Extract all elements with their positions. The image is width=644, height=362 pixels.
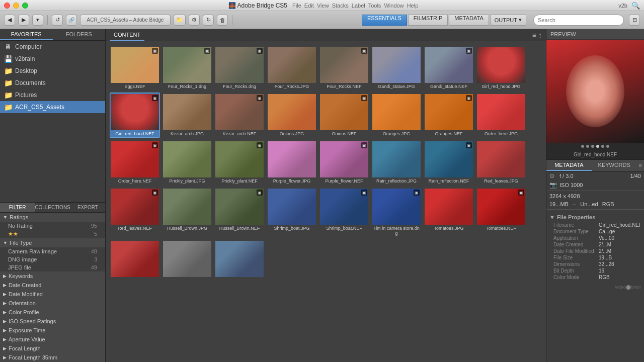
thumbnail-cell[interactable]: Russell_Brown.JPG [162, 187, 212, 237]
thumbnail-image [268, 189, 316, 225]
filter-colorprofile-header[interactable]: ▶ Color Profile [0, 308, 105, 317]
thumbnail-cell[interactable]: Order_here.JPG [476, 93, 526, 138]
tab-folders[interactable]: FOLDERS [53, 29, 106, 40]
thumbnail-cell[interactable]: ▣Four_Rocks.NEF [319, 45, 369, 90]
thumbnail-cell[interactable]: Oranges.JPG [371, 93, 422, 138]
thumbnail-label: Order_here.JPG [485, 131, 518, 136]
thumbnail-cell[interactable]: Tomatoes.JPG [424, 187, 474, 237]
thumbnail-cell[interactable]: Red_leaves.JPG [476, 140, 526, 185]
filter-filetype-header[interactable]: ▼ File Type [0, 238, 105, 247]
dropdown-arrow[interactable]: ▾ [32, 15, 43, 26]
compact-mode-button[interactable]: ⊟ [629, 15, 640, 26]
thumbnail-cell[interactable]: ▣Kezar_arch.NEF [214, 93, 265, 138]
thumbnail-cell[interactable]: ▣Girl_red_hood.NEF [110, 93, 160, 138]
thumbnail-cell[interactable] [214, 239, 265, 280]
fav-pictures[interactable]: 📁 Pictures [0, 89, 105, 101]
thumbnail-cell[interactable]: ▣Eggs.NEF [110, 45, 160, 90]
mode-filmstrip[interactable]: FILMSTRIP [408, 15, 448, 26]
filter-iso-header[interactable]: ▶ ISO Speed Ratings [0, 317, 105, 326]
thumbnail-cell[interactable]: ▣Tim in camera store.dng [371, 187, 422, 237]
rotate-button[interactable]: ↻ [203, 15, 214, 26]
prev-dot[interactable] [586, 145, 589, 148]
tab-metadata[interactable]: METADATA [546, 160, 592, 171]
thumbnail-cell[interactable]: ▣Rain_reflection.NEF [424, 140, 474, 185]
thumbnail-cell[interactable]: ▣Purple_flower.NEF [319, 140, 369, 185]
filter-datemodified-header[interactable]: ▶ Date Modified [0, 290, 105, 299]
mode-output[interactable]: OUTPUT ▾ [490, 15, 526, 26]
tab-export[interactable]: EXPORT [70, 203, 105, 212]
thumbnail-cell[interactable]: ▣Russell_Brown.NEF [214, 187, 265, 237]
filter-exposure-header[interactable]: ▶ Exposure Time [0, 326, 105, 335]
tab-filter[interactable]: FILTER [0, 203, 35, 212]
thumbnail-cell[interactable]: Kezar_arch.JPG [162, 93, 212, 138]
path-bar[interactable]: ACR_CS5_Assets – Adobe Bridge [80, 15, 171, 26]
filter-dng[interactable]: DNG image 3 [0, 255, 105, 263]
file-properties-header[interactable]: ▼ File Properties [549, 213, 641, 222]
thumbnail-cell[interactable]: Prickly_plant.JPG [162, 140, 212, 185]
filter-ratings-header[interactable]: ▼ Ratings [0, 213, 105, 222]
thumbnail-cell[interactable]: ▣Order_here.NEF [110, 140, 160, 185]
maximize-button[interactable] [22, 3, 28, 9]
thumbnail-cell[interactable]: ▣Four_Rocks_1.dng [162, 45, 212, 90]
tab-content[interactable]: CONTENT [110, 29, 144, 41]
filter-aperture-header[interactable]: ▶ Aperture Value [0, 335, 105, 344]
thumbnail-cell[interactable]: ▣Prickly_plant.NEF [214, 140, 265, 185]
thumbnail-image: ▣ [320, 189, 368, 225]
fav-computer[interactable]: 🖥 Computer [0, 41, 105, 53]
thumbnail-cell[interactable]: ▣Shrimp_boat.NEF [319, 187, 369, 237]
back-button[interactable]: ◀ [4, 15, 15, 26]
meta-options-icon[interactable]: ≡ [637, 160, 644, 171]
prev-dot-active[interactable] [596, 145, 599, 148]
mode-metadata[interactable]: METADATA [449, 15, 489, 26]
refresh-button[interactable]: ↺ [52, 15, 63, 26]
thumbnail-cell[interactable]: ▣Oranges.NEF [424, 93, 474, 138]
prev-dot[interactable] [581, 145, 584, 148]
search-icon[interactable]: 🔍 [631, 2, 640, 10]
thumbnail-cell[interactable] [110, 239, 160, 280]
window-controls[interactable] [4, 3, 28, 9]
prev-dot[interactable] [601, 145, 604, 148]
tab-collections[interactable]: COLLECTIONS [35, 203, 70, 212]
thumbnail-cell[interactable]: ▣Four_Rocks.dng [214, 45, 265, 90]
tools-button[interactable]: ⚙ [189, 15, 200, 26]
forward-button[interactable]: ▶ [18, 15, 29, 26]
filter-focallength35-header[interactable]: ▶ Focal Length 35mm [0, 353, 105, 362]
close-button[interactable] [4, 3, 10, 9]
search-input[interactable] [533, 15, 624, 26]
fav-desktop[interactable]: 📁 Desktop [0, 65, 105, 77]
fav-documents[interactable]: 📁 Documents [0, 77, 105, 89]
sort-icon[interactable]: ↕ [538, 31, 542, 39]
thumbnail-cell[interactable]: Onions.JPG [267, 93, 317, 138]
thumbnail-cell[interactable]: Girl_red_hood.JPG [476, 45, 526, 90]
tab-keywords[interactable]: KEYWORDS [592, 160, 637, 171]
thumbnail-cell[interactable]: ▣Tomatoes.NEF [476, 187, 526, 237]
thumbnail-cell[interactable]: Shrimp_boat.JPG [267, 187, 317, 237]
prev-dot[interactable] [606, 145, 609, 148]
minimize-button[interactable] [13, 3, 19, 9]
thumbnail-cell[interactable]: ▣Onions.NEF [319, 93, 369, 138]
filter-two-star[interactable]: ★★ 5 [0, 230, 105, 238]
filter-focallength-header[interactable]: ▶ Focal Length [0, 344, 105, 353]
thumbnail-cell[interactable]: Purple_flower.JPG [267, 140, 317, 185]
filter-jpeg[interactable]: JPEG file 49 [0, 263, 105, 272]
filter-datecreated-header[interactable]: ▶ Date Created [0, 281, 105, 290]
new-folder-button[interactable]: 📁 [174, 15, 186, 26]
fav-v2brain[interactable]: 💾 v2brain [0, 53, 105, 65]
thumbnail-cell[interactable]: Gandi_statue.JPG [371, 45, 422, 90]
thumbnail-cell[interactable]: Four_Rocks.JPG [267, 45, 317, 90]
mode-essentials[interactable]: ESSENTIALS [362, 15, 407, 26]
fav-acr-assets[interactable]: 📁 ACR_CS5_Assets [0, 101, 105, 113]
filter-keywords-header[interactable]: ▶ Keywords [0, 272, 105, 281]
prev-dot[interactable] [591, 145, 594, 148]
view-toggle-icon[interactable]: ≡ [532, 31, 536, 39]
filter-no-rating[interactable]: No Rating 95 [0, 222, 105, 230]
thumbnail-cell[interactable]: ▣Gandi_statue.NEF [424, 45, 474, 90]
thumbnail-cell[interactable]: ▣Red_leaves.NEF [110, 187, 160, 237]
delete-button[interactable]: 🗑 [217, 15, 228, 26]
thumbnail-cell[interactable] [162, 239, 212, 280]
tab-favorites[interactable]: FAVORITES [0, 29, 53, 40]
filter-camera-raw[interactable]: Camera Raw image 48 [0, 247, 105, 255]
open-bridge-button[interactable]: 🔗 [66, 15, 77, 26]
filter-orientation-header[interactable]: ▶ Orientation [0, 299, 105, 308]
thumbnail-cell[interactable]: Rain_reflection.JPG [371, 140, 422, 185]
